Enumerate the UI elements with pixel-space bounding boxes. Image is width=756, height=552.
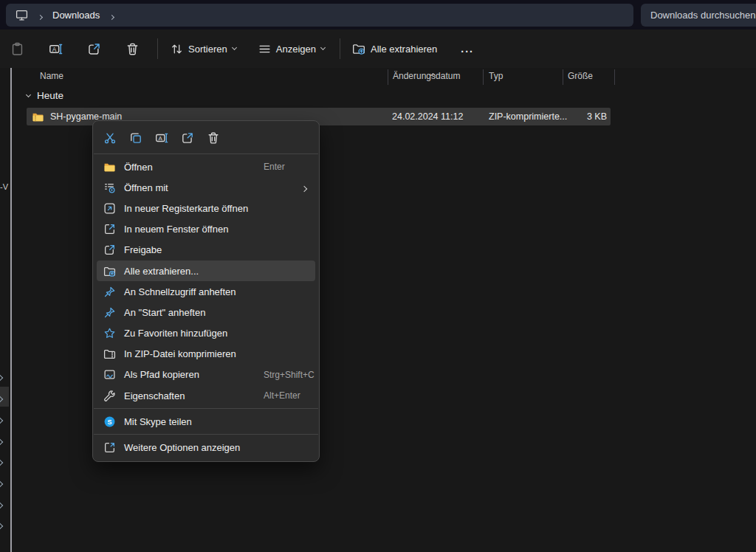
menu-item-schnellzugriff-anheften[interactable]: An Schnellzugriff anheften — [97, 281, 315, 302]
tree-expand-chevron[interactable] — [0, 455, 2, 468]
more-options-icon — [102, 441, 117, 455]
menu-item-label: An "Start" anheften — [124, 307, 205, 318]
menu-item-oeffnen[interactable]: Öffnen Enter — [97, 156, 315, 177]
share-button[interactable] — [174, 127, 200, 149]
extract-icon — [102, 264, 117, 277]
tree-expand-chevron[interactable] — [0, 476, 2, 489]
view-button[interactable]: Anzeigen — [252, 35, 331, 62]
view-icon — [258, 43, 271, 55]
menu-item-label: Zu Favoriten hinzufügen — [124, 328, 227, 339]
menu-item-als-pfad-kopieren[interactable]: Als Pfad kopieren Strg+Shift+C — [97, 365, 315, 385]
menu-item-label: In neuer Registerkarte öffnen — [124, 203, 248, 214]
tree-expand-chevron[interactable] — [0, 391, 2, 404]
sort-button[interactable]: Sortieren — [165, 35, 242, 62]
folder-open-icon — [102, 160, 117, 173]
toolbar-separator — [157, 38, 158, 59]
delete-button[interactable] — [120, 35, 145, 62]
breadcrumb-item-downloads[interactable]: Downloads — [52, 10, 100, 21]
menu-item-oeffnen-mit[interactable]: Öffnen mit — [97, 177, 315, 198]
open-with-icon — [102, 181, 117, 194]
svg-text:S: S — [107, 418, 111, 426]
share-icon — [102, 244, 117, 257]
menu-item-weitere-optionen[interactable]: Weitere Optionen anzeigen — [97, 437, 315, 458]
sort-label: Sortieren — [188, 44, 227, 55]
menu-item-favoriten-hinzufuegen[interactable]: Zu Favoriten hinzufügen — [97, 323, 315, 344]
menu-item-shortcut: Alt+Enter — [264, 390, 300, 401]
paste-icon — [10, 42, 24, 56]
more-options-button[interactable]: ... — [455, 35, 480, 62]
column-separator[interactable] — [388, 69, 388, 85]
copy-button[interactable] — [123, 127, 148, 149]
group-collapse-chevron[interactable] — [26, 92, 31, 97]
command-bar: A Sortieren Anzeigen Alle extrahieren ..… — [0, 30, 756, 68]
cut-icon — [103, 131, 117, 145]
tree-expand-chevron[interactable] — [0, 518, 2, 531]
this-pc-icon[interactable] — [16, 9, 28, 21]
context-menu: A Öffnen Enter Öffnen mit — [92, 120, 320, 462]
rename-button[interactable]: A — [148, 127, 174, 149]
menu-item-freigabe[interactable]: Freigabe — [97, 240, 315, 261]
svg-text:A: A — [158, 134, 162, 141]
sort-icon — [171, 43, 183, 55]
column-separator[interactable] — [614, 69, 615, 85]
menu-separator — [94, 153, 318, 154]
menu-item-label: Öffnen mit — [124, 182, 168, 193]
column-header-name[interactable]: Name — [40, 71, 63, 81]
new-window-icon — [102, 223, 117, 236]
menu-item-eigenschaften[interactable]: Eigenschaften Alt+Enter — [97, 385, 315, 406]
menu-item-shortcut: Enter — [264, 162, 285, 172]
delete-button[interactable] — [200, 127, 226, 149]
tree-expand-chevron[interactable] — [0, 497, 2, 511]
address-bar[interactable]: Downloads — [6, 4, 633, 27]
tree-expand-chevron[interactable] — [0, 413, 2, 426]
view-label: Anzeigen — [276, 44, 316, 55]
menu-item-label: Weitere Optionen anzeigen — [124, 442, 240, 453]
skype-icon: S — [102, 415, 117, 428]
group-header-heute[interactable]: Heute — [27, 90, 63, 101]
menu-item-neues-fenster[interactable]: In neuem Fenster öffnen — [97, 219, 315, 240]
menu-item-alle-extrahieren[interactable]: Alle extrahieren... — [97, 261, 315, 281]
tree-expand-chevron[interactable] — [0, 370, 2, 383]
search-input[interactable] — [641, 4, 756, 27]
breadcrumb-chevron[interactable] — [110, 9, 114, 22]
column-header-type[interactable]: Typ — [489, 71, 503, 81]
nav-pane-resize-handle[interactable] — [10, 68, 12, 552]
tree-expand-chevron[interactable] — [0, 434, 2, 447]
rename-icon: A — [49, 42, 63, 56]
chevron-down-icon — [320, 45, 326, 50]
menu-item-mit-skype-teilen[interactable]: S Mit Skype teilen — [97, 411, 315, 432]
menu-item-start-anheften[interactable]: An "Start" anheften — [97, 302, 315, 322]
title-bar: Downloads — [0, 0, 756, 30]
menu-item-label: Alle extrahieren... — [124, 266, 199, 277]
wrench-icon — [102, 389, 117, 402]
cut-button[interactable] — [97, 127, 123, 149]
pin-icon — [102, 306, 117, 319]
share-icon — [87, 42, 101, 56]
menu-item-shortcut: Strg+Shift+C — [264, 370, 315, 380]
menu-item-neue-registerkarte[interactable]: In neuer Registerkarte öffnen — [97, 198, 315, 218]
nav-partial-label: -V — [0, 182, 8, 191]
menu-item-label: In neuem Fenster öffnen — [124, 224, 228, 235]
menu-separator — [94, 434, 318, 435]
extract-all-button[interactable]: Alle extrahieren — [346, 35, 443, 62]
more-dots-icon: ... — [461, 43, 474, 55]
file-size: 3 KB — [567, 111, 607, 122]
new-tab-icon — [102, 201, 117, 215]
menu-separator — [94, 408, 318, 409]
quick-actions-row: A — [93, 124, 319, 151]
column-header-size[interactable]: Größe — [568, 71, 593, 81]
file-explorer-window: Downloads A Sortieren Anzeigen — [0, 0, 756, 552]
column-separator[interactable] — [563, 69, 563, 85]
rename-button[interactable]: A — [43, 35, 69, 62]
column-separator[interactable] — [483, 69, 484, 85]
copy-path-icon — [102, 368, 117, 382]
svg-text:A: A — [52, 45, 57, 52]
breadcrumb-chevron[interactable] — [38, 9, 42, 22]
file-type: ZIP-komprimierte... — [489, 111, 567, 122]
menu-item-label: Öffnen — [124, 162, 153, 173]
submenu-chevron-icon — [302, 182, 306, 193]
menu-item-zip-komprimieren[interactable]: In ZIP-Datei komprimieren — [97, 344, 315, 365]
column-header-modified[interactable]: Änderungsdatum — [393, 71, 460, 81]
paste-button[interactable] — [4, 35, 30, 62]
share-button[interactable] — [81, 35, 107, 62]
